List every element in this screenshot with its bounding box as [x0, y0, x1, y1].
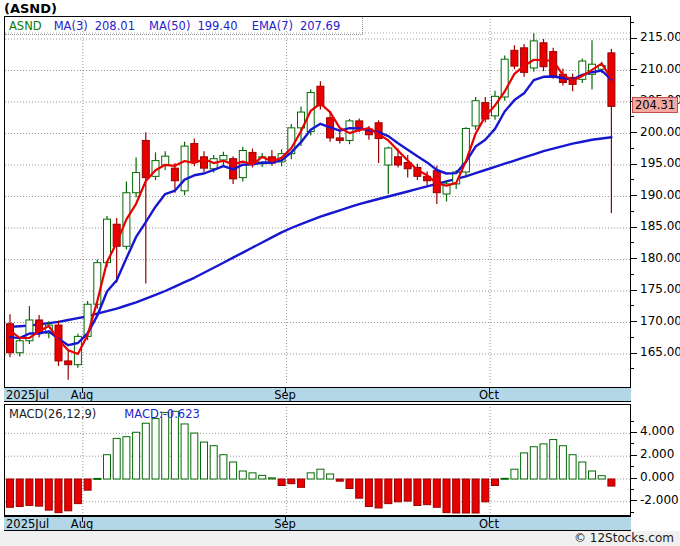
- month-tick: [489, 517, 490, 522]
- macd-panel: MACD(26,12,9) MACD:-0.623: [4, 404, 631, 516]
- price-axis-minor-tick: [631, 337, 634, 338]
- month-label: 2025Jul: [6, 517, 49, 531]
- price-axis-tick: [631, 195, 637, 196]
- macd-bar: [559, 446, 566, 479]
- price-axis-tick: [631, 290, 637, 291]
- grid-lines: [5, 19, 630, 385]
- macd-axis-label: 0.000: [640, 470, 674, 484]
- macd-bar: [249, 473, 256, 479]
- macd-bar: [55, 479, 62, 513]
- macd-bar: [453, 479, 460, 513]
- stock-chart-page: (ASND) ASND MA(3) 208.01 MA(50) 199.40 E…: [0, 0, 680, 546]
- price-axis-label: 200.00: [640, 125, 680, 139]
- month-tick: [285, 388, 286, 393]
- macd-bar: [191, 433, 198, 479]
- macd-bar: [74, 479, 81, 504]
- macd-bar: [317, 469, 324, 479]
- macd-bar: [462, 479, 469, 513]
- macd-bar: [550, 440, 557, 479]
- macd-bar: [482, 479, 489, 502]
- macd-axis-minor-tick: [631, 443, 634, 444]
- macd-bar: [16, 479, 23, 506]
- page-title: (ASND): [4, 1, 57, 16]
- macd-bar: [530, 447, 537, 479]
- candle-body: [162, 156, 169, 165]
- macd-bar: [404, 479, 411, 501]
- macd-bar: [104, 455, 111, 479]
- macd-axis-tick: [631, 500, 637, 501]
- candles: [7, 33, 615, 380]
- macd-axis-label: 2.000: [640, 447, 674, 461]
- macd-bar: [181, 424, 188, 479]
- candle-body: [511, 50, 518, 66]
- macd-bar: [230, 462, 237, 479]
- candle-body: [540, 43, 547, 67]
- macd-value-label: MACD:-0.623: [124, 407, 199, 421]
- price-axis-minor-tick: [631, 85, 634, 86]
- price-axis-tick: [631, 227, 637, 228]
- month-tick: [489, 388, 490, 393]
- candle-body: [220, 156, 227, 160]
- price-axis-label: 185.00: [640, 219, 680, 233]
- candle-body: [133, 173, 140, 193]
- price-axis-label: 170.00: [640, 314, 680, 328]
- macd-bar: [395, 479, 402, 502]
- macd-bar: [443, 479, 450, 513]
- macd-bar: [336, 479, 343, 481]
- macd-bar: [424, 479, 431, 505]
- copyright: © 12Stocks.com: [0, 531, 680, 546]
- macd-bar: [492, 479, 499, 485]
- candle-body: [385, 148, 392, 165]
- price-axis-tick: [631, 132, 637, 133]
- month-tick: [285, 517, 286, 522]
- ema7-label: EMA(7): [252, 19, 293, 33]
- price-chart-legend: ASND MA(3) 208.01 MA(50) 199.40 EMA(7) 2…: [5, 17, 363, 35]
- macd-bars: [7, 411, 615, 513]
- macd-bar: [7, 479, 14, 507]
- macd-bar: [356, 479, 363, 498]
- macd-bar: [365, 479, 372, 506]
- candle-body: [395, 157, 402, 165]
- price-chart-canvas: [5, 17, 630, 387]
- candle-body: [191, 144, 198, 163]
- price-axis-minor-tick: [631, 211, 634, 212]
- macd-bar: [608, 479, 615, 486]
- price-axis-minor-tick: [631, 148, 634, 149]
- price-axis-tick: [631, 164, 637, 165]
- ma50-value: 199.40: [197, 19, 237, 33]
- price-axis-label: 190.00: [640, 188, 680, 202]
- macd-bar: [385, 479, 392, 504]
- macd-bar: [84, 479, 91, 490]
- price-axis-tick: [631, 38, 637, 39]
- macd-bar: [152, 419, 159, 479]
- ma3-value: 208.01: [95, 19, 135, 33]
- date-axis-macd: 2025JulAugSepOct: [4, 516, 631, 531]
- macd-axis-minor-tick: [631, 489, 634, 490]
- price-axis-minor-tick: [631, 22, 634, 23]
- last-price-badge: 204.31: [632, 97, 678, 113]
- macd-axis-tick: [631, 432, 637, 433]
- price-axis-label: 195.00: [640, 156, 680, 170]
- month-label: 2025Jul: [6, 388, 49, 402]
- macd-axis: 4.0002.0000.000-2.000: [631, 404, 680, 516]
- price-axis-label: 210.00: [640, 62, 680, 76]
- macd-bar: [268, 478, 275, 479]
- price-axis-minor-tick: [631, 116, 634, 117]
- price-axis-minor-tick: [631, 179, 634, 180]
- macd-bar: [123, 437, 130, 479]
- macd-bar: [133, 432, 140, 479]
- price-axis-label: 180.00: [640, 251, 680, 265]
- candle-body: [142, 140, 149, 177]
- macd-bar: [239, 471, 246, 479]
- date-axis-main: 2025JulAugSepOct: [4, 387, 631, 402]
- ma3-label: MA(3): [54, 19, 88, 33]
- price-axis-tick: [631, 258, 637, 259]
- macd-bar: [210, 446, 217, 479]
- macd-bar: [375, 479, 382, 508]
- macd-axis-minor-tick: [631, 466, 634, 467]
- symbol-label: ASND: [9, 19, 42, 33]
- price-axis-tick: [631, 69, 637, 70]
- macd-bar: [36, 479, 43, 506]
- macd-bar: [259, 475, 266, 479]
- price-axis-minor-tick: [631, 274, 634, 275]
